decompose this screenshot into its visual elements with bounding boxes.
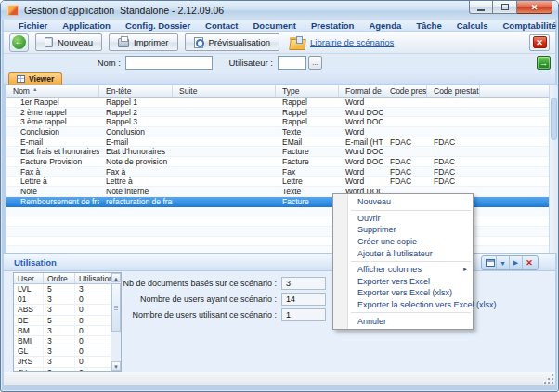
stat-label-users-having: Nombre de users ayant ce scénario :	[104, 294, 277, 304]
grid-cell: Word	[339, 127, 384, 137]
column-header-nom[interactable]: Nom▲	[6, 85, 99, 97]
column-header-empty	[480, 85, 558, 97]
column-header-label: Code prestati...	[434, 86, 480, 96]
menu-item-prestation[interactable]: Prestation	[304, 20, 361, 32]
table-row[interactable]: ConclusionConclusionTexteWord	[6, 127, 558, 137]
empty-row	[6, 207, 558, 217]
grid-cell: Etat d'honoraires	[99, 147, 173, 156]
grid-cell: Remboursement de frais	[6, 197, 99, 206]
context-menu-item-exporter-vers-excel-xlsx[interactable]: Exporter vers Excel (xlsx)	[333, 287, 473, 299]
context-menu-item-afficher-colonnes[interactable]: Afficher colonnes►	[333, 264, 473, 276]
grid-scrollbar-thumb[interactable]	[551, 98, 557, 140]
context-menu-item-exporter-vers-excel[interactable]: Exporter vers Excel	[333, 276, 473, 288]
close-view-button[interactable]: ✕	[529, 34, 550, 51]
table-row[interactable]: Etat frais et honorairesEtat d'honoraire…	[6, 147, 558, 157]
context-menu-item-label: Exporter la selection vers Excel (xlsx)	[358, 300, 497, 309]
table-row[interactable]: 3 ème rappelRappel 3RappelWord DOCX	[6, 117, 558, 127]
usage-panel-title: Utilisation	[14, 257, 57, 268]
usage-cell: 3	[44, 357, 75, 366]
table-row[interactable]: 1er RappelRappel 1RappelWord	[6, 98, 558, 108]
play-button[interactable]: ▶	[510, 256, 523, 269]
form-button[interactable]	[484, 256, 497, 269]
menu-item-tache[interactable]: Tâche	[409, 20, 448, 32]
grid-cell: FDAC	[384, 137, 427, 147]
usage-row[interactable]: BM30	[14, 326, 121, 336]
grid-cell: 2 ème rappel	[6, 108, 99, 117]
context-menu-item-nouveau[interactable]: Nouveau	[333, 196, 473, 208]
usage-cell: BE	[14, 316, 44, 325]
grid-cell: 3 ème rappel	[6, 117, 99, 126]
user-filter-input[interactable]	[278, 56, 306, 70]
menu-item-contact[interactable]: Contact	[198, 20, 245, 32]
menu-item-agenda[interactable]: Agenda	[361, 20, 409, 32]
column-header-format-de-s[interactable]: Format de s...	[339, 85, 384, 97]
print-button[interactable]: Imprimer	[109, 33, 177, 51]
menu-item-application[interactable]: Application	[55, 20, 118, 32]
menu-item-calculs[interactable]: Calculs	[449, 20, 496, 32]
scenario-library-link[interactable]: Librairie de scénarios	[310, 37, 394, 47]
usage-scrollbar-thumb[interactable]	[111, 283, 121, 332]
table-row[interactable]: Fax àFax àFaxWordFDACFDAC	[6, 167, 558, 177]
grid-cell: Texte	[276, 187, 339, 196]
dropdown-button[interactable]: ▼	[497, 256, 510, 269]
usage-row[interactable]: GL30	[14, 346, 121, 357]
close-window-button[interactable]: ✕	[517, 1, 552, 14]
menu-bar: FichierApplicationConfig. DossierContact…	[4, 20, 555, 32]
context-menu-item-ouvrir[interactable]: Ouvrir	[333, 213, 473, 225]
delete-button[interactable]: ✕	[523, 256, 536, 269]
context-menu-item-creer-une-copie[interactable]: Créer une copie	[333, 236, 473, 248]
resize-grip[interactable]	[543, 373, 553, 384]
empty-row	[6, 227, 558, 237]
name-filter-input[interactable]	[125, 56, 213, 70]
column-header-label: Suite	[179, 86, 197, 96]
context-menu-item-supprimer[interactable]: Supprimer	[333, 224, 473, 236]
new-button-label: Nouveau	[58, 37, 93, 47]
table-row[interactable]: 2 ème rappelRappel 2RappelWord DOCX	[6, 108, 558, 118]
minimize-button[interactable]	[469, 1, 493, 14]
back-button[interactable]: ←	[9, 33, 29, 52]
column-header-type[interactable]: Type	[276, 85, 339, 97]
menu-item-fichier[interactable]: Fichier	[11, 20, 55, 32]
column-header-suite[interactable]: Suite	[173, 85, 276, 97]
new-button[interactable]: Nouveau	[35, 33, 102, 51]
preview-button[interactable]: Prévisualisation	[185, 33, 280, 51]
title-bar[interactable]: Gestion d'application Standalone - 2.12.…	[1, 1, 558, 20]
form-icon	[486, 259, 495, 267]
table-row[interactable]: E-mailE-mailEMailE-mail (HTML)FDACFDAC	[6, 137, 558, 148]
usage-row[interactable]: JRS30	[14, 357, 121, 367]
maximize-button[interactable]	[493, 1, 517, 14]
context-menu-item-exporter-la-selection-vers-excel-xlsx[interactable]: Exporter la selection vers Excel (xlsx)	[333, 299, 473, 311]
table-row[interactable]: NoteNote interneTexteWord DOCX	[6, 187, 558, 197]
column-header-en-tete[interactable]: En-tête	[99, 85, 173, 97]
column-header-code-presta[interactable]: Code presta...	[384, 85, 427, 97]
grid-cell: FDAC	[427, 137, 480, 147]
grid-scrollbar[interactable]	[549, 85, 558, 253]
column-header-code-prestati[interactable]: Code prestati...	[427, 85, 480, 97]
table-row[interactable]: Facture ProvisionNote de provisionFactur…	[6, 157, 558, 167]
usage-column-header-ordre[interactable]: Ordre	[44, 273, 75, 283]
context-menu-item-ajouter-a-l-utilisateur[interactable]: Ajouter à l'utilisateur	[333, 247, 473, 259]
usage-column-header-user[interactable]: User	[14, 273, 44, 283]
go-button[interactable]: →	[537, 56, 551, 70]
close-view-icon: ✕	[533, 36, 547, 48]
window-title: Gestion d'application Standalone - 2.12.…	[24, 5, 224, 16]
context-menu-items: NouveauOuvrirSupprimerCréer une copieAjo…	[333, 196, 473, 327]
menu-item-document[interactable]: Document	[245, 20, 303, 32]
context-menu-item-label: Ajouter à l'utilisateur	[358, 249, 433, 258]
table-row[interactable]: Remboursement de fraisrefacturation de f…	[6, 197, 558, 207]
context-menu-item-annuler[interactable]: Annuler	[333, 315, 473, 327]
grid-cell: Etat frais et honoraires	[6, 147, 99, 156]
table-row[interactable]: Lettre àLettre àLettreWordFDACFDAC	[6, 177, 558, 188]
menu-item-config-dossier[interactable]: Config. Dossier	[118, 20, 198, 32]
user-browse-button[interactable]: ...	[308, 56, 322, 70]
tab-viewer[interactable]: Viewer	[8, 72, 62, 85]
scroll-down-icon[interactable]: ▼	[111, 361, 121, 371]
usage-cell: 0	[75, 357, 111, 366]
grid-cell: Fax à	[99, 167, 173, 176]
usage-cell: BM	[14, 326, 44, 335]
menu-item-comptabilite[interactable]: Comptabilité	[496, 20, 559, 32]
usage-row[interactable]: BMI30	[14, 336, 121, 346]
grid-cell: Facture Provision	[6, 157, 99, 166]
grid-cell: Facture	[276, 147, 339, 156]
usage-cell: 3	[44, 326, 75, 335]
